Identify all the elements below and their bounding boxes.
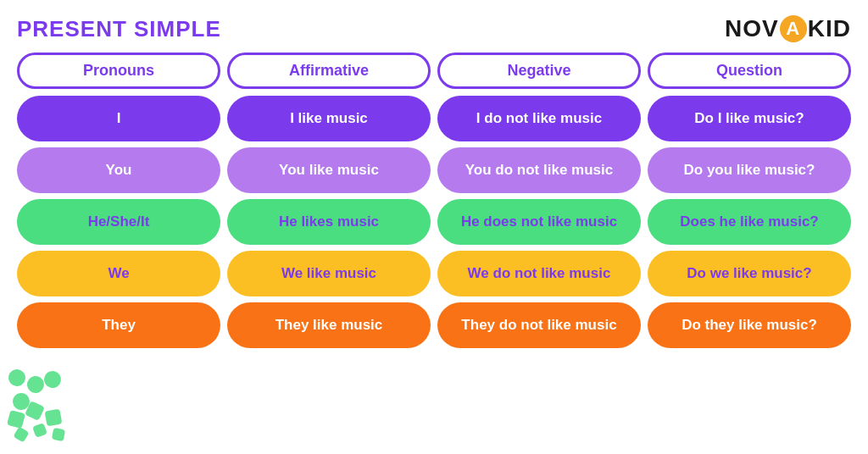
cell-i-pronoun: I xyxy=(17,96,220,141)
cell-they-negative: They do not like music xyxy=(437,302,641,348)
cell-we-question: Do we like music? xyxy=(648,251,851,296)
column-headers: Pronouns Affirmative Negative Question xyxy=(17,53,851,89)
page-title: PRESENT SIMPLE xyxy=(17,16,221,42)
decorative-squares xyxy=(8,361,85,446)
cell-they-affirmative: They like music xyxy=(227,302,431,348)
header-affirmative: Affirmative xyxy=(227,53,431,89)
row-he: He/She/It He likes music He does not lik… xyxy=(17,199,851,245)
row-i: I I like music I do not like music Do I … xyxy=(17,96,851,141)
cell-i-affirmative: I like music xyxy=(227,96,431,141)
cell-i-negative: I do not like music xyxy=(437,96,641,141)
cell-you-question: Do you like music? xyxy=(648,147,851,193)
header-negative: Negative xyxy=(437,53,641,89)
cell-he-negative: He does not like music xyxy=(437,199,641,245)
header-question: Question xyxy=(648,53,851,89)
cell-we-negative: We do not like music xyxy=(437,251,641,296)
cell-they-question: Do they like music? xyxy=(648,302,851,348)
data-rows: I I like music I do not like music Do I … xyxy=(17,96,851,348)
cell-you-pronoun: You xyxy=(17,147,220,193)
logo-kid: KID xyxy=(808,15,851,42)
row-they: They They like music They do not like mu… xyxy=(17,302,851,348)
cell-you-affirmative: You like music xyxy=(227,147,431,193)
header-pronouns: Pronouns xyxy=(17,53,220,89)
row-we: We We like music We do not like music Do… xyxy=(17,251,851,296)
cell-they-pronoun: They xyxy=(17,302,220,348)
page: PRESENT SIMPLE NOV A KID Pronouns Affirm… xyxy=(0,0,868,454)
cell-he-question: Does he like music? xyxy=(648,199,851,245)
logo-nova: NOV xyxy=(725,15,779,42)
cell-we-affirmative: We like music xyxy=(227,251,431,296)
row-you: You You like music You do not like music… xyxy=(17,147,851,193)
cell-we-pronoun: We xyxy=(17,251,220,296)
logo: NOV A KID xyxy=(725,15,851,42)
cell-he-affirmative: He likes music xyxy=(227,199,431,245)
cell-he-pronoun: He/She/It xyxy=(17,199,220,245)
cell-you-negative: You do not like music xyxy=(437,147,641,193)
table: Pronouns Affirmative Negative Question I… xyxy=(17,53,851,348)
logo-circle-a: A xyxy=(780,15,807,42)
header-row: PRESENT SIMPLE NOV A KID xyxy=(17,15,851,42)
cell-i-question: Do I like music? xyxy=(648,96,851,141)
